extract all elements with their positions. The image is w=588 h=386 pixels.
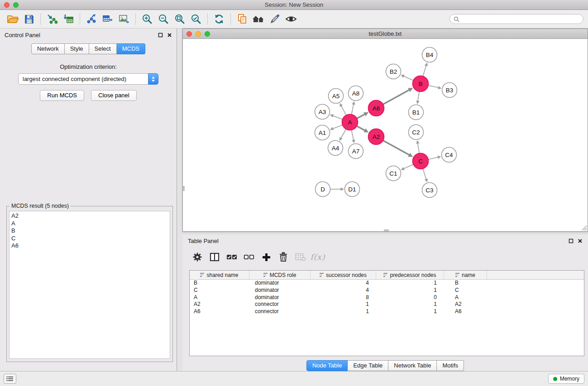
graph-node-A5[interactable]: A5 [329,89,344,104]
tab-select[interactable]: Select [89,43,117,54]
graph-node-A3[interactable]: A3 [315,105,330,119]
graph-node-C3[interactable]: C3 [422,183,437,198]
graph-edge[interactable] [423,65,426,76]
graph-node-C2[interactable]: C2 [409,125,424,140]
tab-node-table[interactable]: Node Table [306,360,348,371]
table-row[interactable]: Bdominator41B [190,280,584,287]
graph-edge[interactable] [351,130,354,140]
column-header-name[interactable]: name [444,271,487,279]
tab-mcds[interactable]: MCDS [117,43,145,54]
table-row[interactable]: A2connector11A2 [190,301,584,308]
column-header-shared-name[interactable]: shared name [190,271,249,279]
graph-node-A1[interactable]: A1 [315,125,330,140]
table-row[interactable]: A6connector11A6 [190,308,584,315]
result-item[interactable]: C [10,235,170,243]
graph-edge[interactable] [357,126,365,130]
graph-node-C1[interactable]: C1 [386,166,401,181]
home-button[interactable] [250,11,267,27]
open-session-button[interactable] [5,11,21,27]
duplicate-window-button[interactable] [234,11,250,27]
float-panel-icon[interactable] [158,33,163,38]
graph-node-A7[interactable]: A7 [349,144,363,159]
zoom-in-button[interactable] [139,11,155,27]
graph-edge[interactable] [418,91,419,101]
toggle-details-button[interactable] [283,11,299,27]
import-network-button[interactable] [44,11,60,27]
graph-node-D[interactable]: D [316,182,330,197]
export-image-button[interactable] [116,11,132,27]
export-table-button[interactable] [100,11,116,27]
graph-edge[interactable] [428,157,438,159]
import-table-button[interactable] [60,11,76,27]
refresh-button[interactable] [211,11,227,27]
graph-node-A2[interactable]: A2 [368,129,384,145]
graph-edge[interactable] [423,169,426,180]
graph-node-A8[interactable]: A8 [349,86,363,101]
criterion-select[interactable]: largest connected component (directed) [18,73,158,85]
close-window-button[interactable] [4,2,10,8]
network-canvas[interactable]: B4B2BB3A5A8A6B1A3AA1A2C2A4A7C4CC1C3DD1 [183,39,588,232]
graph-node-B4[interactable]: B4 [422,48,437,62]
table-row[interactable]: Cdominator41C [190,287,584,294]
add-column-button[interactable] [258,249,275,265]
graph-node-A4[interactable]: A4 [328,141,343,156]
table-row[interactable]: Adominator80A [190,294,584,301]
zoom-fit-button[interactable] [172,11,188,27]
memory-button[interactable]: Memory [548,374,584,384]
graph-node-D1[interactable]: D1 [345,182,360,197]
column-header-successor-nodes[interactable]: successor nodes [311,271,376,279]
mcds-result-list[interactable]: A2ABCA6 [9,211,170,359]
table-settings-button[interactable] [189,249,206,265]
graph-node-B3[interactable]: B3 [442,83,457,98]
resize-grip-icon[interactable] [581,225,587,231]
graph-edge[interactable] [428,86,439,88]
graph-edge[interactable] [403,164,413,169]
graph-edge[interactable] [341,105,346,115]
search-box[interactable] [449,14,583,24]
style-button[interactable] [267,11,283,27]
tab-network-table[interactable]: Network Table [388,360,437,371]
graph-edge[interactable] [351,104,354,114]
graph-edge[interactable] [383,140,410,155]
save-session-button[interactable] [21,11,37,27]
graph-node-A[interactable]: A [342,114,358,130]
graph-edge[interactable] [418,143,420,153]
close-panel-button[interactable]: Close panel [91,90,137,101]
column-header-mcds-role[interactable]: MCDS role [249,271,311,279]
search-input[interactable] [462,16,579,22]
graph-node-B[interactable]: B [413,76,429,92]
tab-motifs[interactable]: Motifs [437,360,464,371]
close-panel-icon[interactable] [167,33,172,38]
graph-edge[interactable] [333,116,343,119]
close-panel-icon[interactable] [578,238,583,243]
zoom-selected-button[interactable] [188,11,204,27]
column-header-predecessor-nodes[interactable]: predecessor nodes [376,271,444,279]
delete-column-button[interactable] [275,249,292,265]
float-panel-icon[interactable] [569,238,574,243]
tab-network[interactable]: Network [31,43,65,54]
zoom-view-button[interactable] [205,31,210,37]
result-item[interactable]: A2 [10,212,170,220]
zoom-out-button[interactable] [155,11,172,27]
result-item[interactable]: A [10,220,170,228]
result-item[interactable]: A6 [10,242,170,250]
graph-node-B1[interactable]: B1 [409,105,424,120]
select-all-button[interactable] [223,249,240,265]
graph-edge[interactable] [383,90,410,104]
graph-edge[interactable] [333,125,343,129]
close-view-button[interactable] [186,31,192,37]
graph-edge[interactable] [403,76,413,81]
graph-edge[interactable] [357,114,365,119]
graph-node-B2[interactable]: B2 [386,64,401,79]
graph-node-A6[interactable]: A6 [368,100,384,116]
graph-node-C[interactable]: C [413,153,429,169]
tab-edge-table[interactable]: Edge Table [348,360,388,371]
run-mcds-button[interactable]: Run MCDS [40,90,84,101]
deselect-all-button[interactable] [240,249,258,265]
tab-style[interactable]: Style [65,43,89,54]
minimize-view-button[interactable] [196,31,201,37]
network-canvas-area[interactable]: B4B2BB3A5A8A6B1A3AA1A2C2A4A7C4CC1C3DD1 [183,39,587,231]
export-network-button[interactable] [83,11,100,27]
graph-edge[interactable] [341,129,346,138]
graph-node-C4[interactable]: C4 [442,148,457,162]
